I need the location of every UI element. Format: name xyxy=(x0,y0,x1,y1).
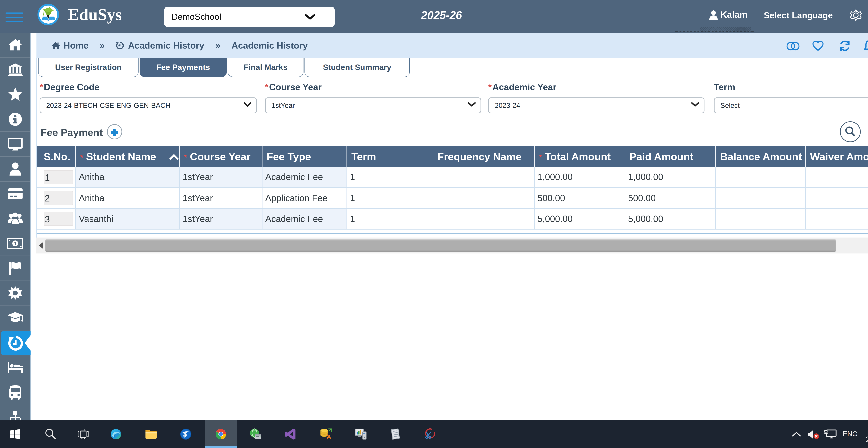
svg-text:1: 1 xyxy=(14,241,17,246)
